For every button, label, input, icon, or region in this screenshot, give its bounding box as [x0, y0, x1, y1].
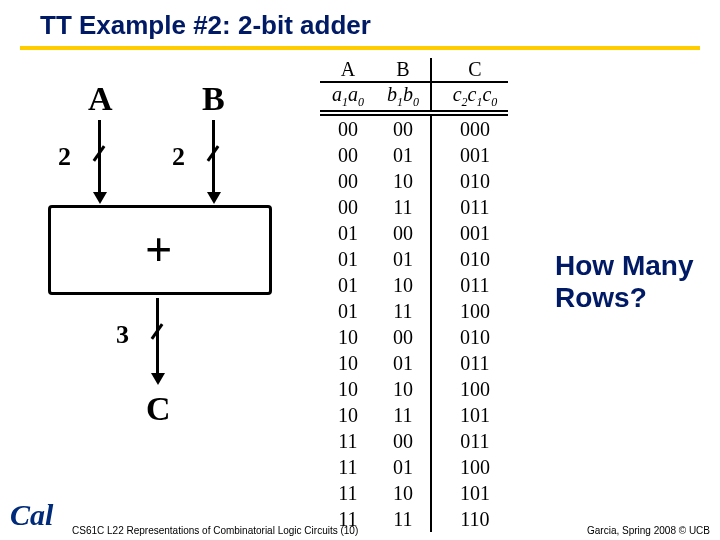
cell-a: 00 — [320, 142, 376, 168]
arrowhead-a — [93, 192, 107, 204]
table-row: 1011101 — [320, 402, 508, 428]
table-row: 0001001 — [320, 142, 508, 168]
cal-logo: Cal — [10, 498, 53, 532]
table-row: 1100011 — [320, 428, 508, 454]
table-row: 1110101 — [320, 480, 508, 506]
cell-b: 01 — [376, 350, 432, 376]
cell-b: 01 — [376, 246, 432, 272]
cell-b: 00 — [376, 324, 432, 350]
question-text: How Many Rows? — [555, 250, 705, 314]
cell-b: 11 — [376, 194, 432, 220]
cell-a: 11 — [320, 428, 376, 454]
cell-a: 00 — [320, 194, 376, 220]
cell-c: 100 — [432, 454, 508, 480]
cell-a: 10 — [320, 324, 376, 350]
cell-a: 00 — [320, 116, 376, 142]
cell-a: 01 — [320, 298, 376, 324]
cell-a: 01 — [320, 246, 376, 272]
cell-c: 101 — [432, 402, 508, 428]
cell-a: 01 — [320, 220, 376, 246]
header-b: B — [376, 58, 432, 81]
table-row: 0011011 — [320, 194, 508, 220]
cell-c: 001 — [432, 220, 508, 246]
cell-c: 011 — [432, 428, 508, 454]
table-row: 1010100 — [320, 376, 508, 402]
arrow-a — [98, 120, 101, 195]
cell-b: 10 — [376, 272, 432, 298]
table-subheader-row: a1a0 b1b0 c2c1c0 — [320, 83, 508, 110]
truth-table: A B C a1a0 b1b0 c2c1c0 00000000001001001… — [320, 58, 508, 532]
cell-b: 11 — [376, 298, 432, 324]
cell-b: 00 — [376, 220, 432, 246]
cell-b: 11 — [376, 506, 432, 532]
bus-b-width: 2 — [172, 142, 185, 172]
cell-c: 010 — [432, 246, 508, 272]
cell-c: 100 — [432, 298, 508, 324]
cell-b: 01 — [376, 142, 432, 168]
table-row: 1000010 — [320, 324, 508, 350]
table-row: 0111100 — [320, 298, 508, 324]
cell-a: 10 — [320, 402, 376, 428]
title-underline — [20, 46, 700, 50]
cell-c: 110 — [432, 506, 508, 532]
cell-b: 00 — [376, 428, 432, 454]
table-row: 1101100 — [320, 454, 508, 480]
cell-c: 010 — [432, 168, 508, 194]
cell-c: 100 — [432, 376, 508, 402]
cell-a: 10 — [320, 350, 376, 376]
cell-c: 011 — [432, 194, 508, 220]
table-row: 0010010 — [320, 168, 508, 194]
cell-c: 000 — [432, 116, 508, 142]
label-c: C — [146, 390, 171, 428]
cell-b: 10 — [376, 480, 432, 506]
footer-right: Garcia, Spring 2008 © UCB — [587, 525, 710, 536]
arrowhead-c — [151, 373, 165, 385]
cell-c: 011 — [432, 272, 508, 298]
subheader-c: c2c1c0 — [432, 83, 508, 110]
header-a: A — [320, 58, 376, 81]
cell-b: 01 — [376, 454, 432, 480]
adder-op: + — [145, 222, 172, 277]
cell-a: 00 — [320, 168, 376, 194]
cell-b: 10 — [376, 376, 432, 402]
subheader-a: a1a0 — [320, 83, 376, 110]
table-body: 0000000000100100100100011011010000101010… — [320, 116, 508, 532]
table-row: 0100001 — [320, 220, 508, 246]
table-row: 1001011 — [320, 350, 508, 376]
footer-left: CS61C L22 Representations of Combinatori… — [72, 525, 358, 536]
table-rule-2 — [320, 110, 508, 112]
label-b: B — [202, 80, 225, 118]
cell-a: 10 — [320, 376, 376, 402]
cell-c: 011 — [432, 350, 508, 376]
adder-box: + — [48, 205, 272, 295]
cell-a: 01 — [320, 272, 376, 298]
bus-a-width: 2 — [58, 142, 71, 172]
slide-title: TT Example #2: 2-bit adder — [40, 10, 371, 41]
arrow-b — [212, 120, 215, 195]
table-row: 0110011 — [320, 272, 508, 298]
table-row: 0000000 — [320, 116, 508, 142]
table-header-row: A B C — [320, 58, 508, 81]
label-a: A — [88, 80, 113, 118]
cell-a: 11 — [320, 454, 376, 480]
cell-a: 11 — [320, 480, 376, 506]
subheader-b: b1b0 — [376, 83, 432, 110]
cell-b: 10 — [376, 168, 432, 194]
adder-diagram: A B 2 2 + 3 C — [40, 80, 290, 480]
cell-b: 11 — [376, 402, 432, 428]
cell-b: 00 — [376, 116, 432, 142]
cell-c: 010 — [432, 324, 508, 350]
arrowhead-b — [207, 192, 221, 204]
arrow-c — [156, 298, 159, 376]
table-row: 0101010 — [320, 246, 508, 272]
header-c: C — [432, 58, 508, 81]
cell-c: 001 — [432, 142, 508, 168]
cell-c: 101 — [432, 480, 508, 506]
bus-c-width: 3 — [116, 320, 129, 350]
